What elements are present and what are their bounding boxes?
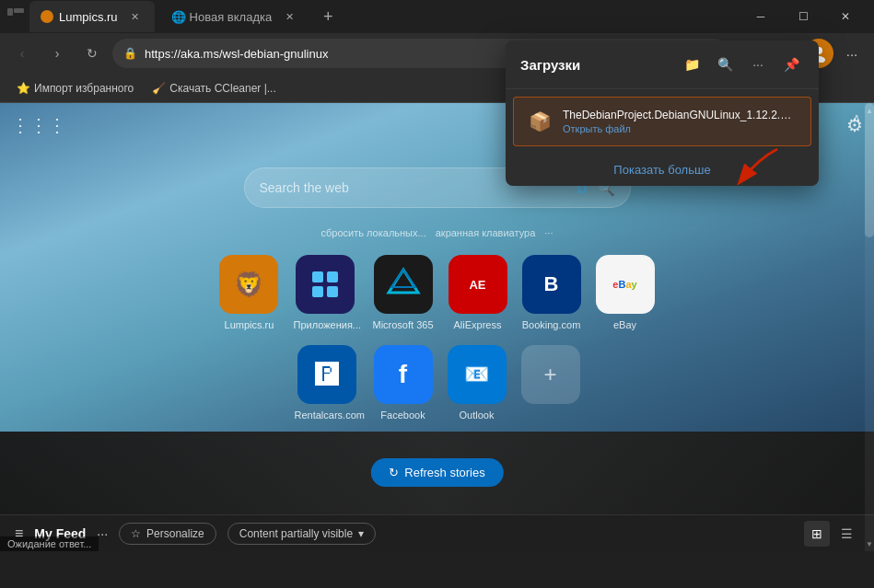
feed-view-buttons: ⊞ ☰ — [804, 521, 859, 547]
downloads-folder-button[interactable]: 📁 — [679, 52, 705, 77]
svg-rect-8 — [327, 286, 338, 297]
feed-bar: ≡ My Feed ··· ☆ Personalize Content part… — [0, 514, 874, 551]
list-view-button[interactable]: ☰ — [833, 521, 859, 547]
chevron-down-icon: ▾ — [358, 527, 364, 540]
shortcut-keyboard[interactable]: акранная клавиатура — [436, 227, 536, 238]
content-visibility-dropdown[interactable]: Content partially visible ▾ — [227, 523, 376, 545]
downloads-pin-button[interactable]: 📌 — [778, 52, 804, 77]
tab1-favicon — [41, 10, 53, 23]
speed-dial: 🦁 Lumpics.ru Приложения... Microsoft 365… — [207, 255, 668, 421]
downloads-search-button[interactable]: 🔍 — [712, 52, 738, 77]
dial-item-ebay[interactable]: eBay eBay — [596, 255, 655, 330]
shortcut-reset[interactable]: сбросить локальных... — [321, 227, 426, 238]
stories-preview: ↻ Refresh stories — [0, 432, 874, 514]
dial-item-booking[interactable]: B Booking.com — [522, 255, 581, 330]
dial-label-rental: Rentalcars.com — [295, 409, 359, 421]
import-icon: ⭐ — [17, 82, 30, 95]
dial-label-m365: Microsoft 365 — [372, 319, 433, 330]
dial-icon-outlook: 📧 — [448, 345, 507, 404]
grid-view-button[interactable]: ⊞ — [804, 521, 830, 547]
refresh-icon: ↻ — [389, 466, 399, 479]
dial-icon-ali: AE — [449, 255, 507, 314]
lock-icon: 🔒 — [123, 47, 137, 60]
downloads-title: Загрузки — [520, 57, 671, 73]
scroll-down-arrow[interactable]: ▼ — [865, 536, 874, 551]
dial-label-ali: AliExpress — [454, 319, 502, 330]
tab1-label: Lumpics.ru — [59, 10, 118, 24]
dial-icon-apps — [296, 255, 355, 314]
apps-grid-icon[interactable]: ⋮⋮⋮ — [11, 114, 66, 136]
download-filename: TheDebianProject.DebianGNULinux_1.12.2.0… — [563, 109, 796, 121]
ccleaner-label: Скачать CCleaner |... — [169, 82, 275, 95]
download-item[interactable]: 📦 TheDebianProject.DebianGNULinux_1.12.2… — [513, 97, 811, 146]
dial-icon-m365 — [374, 255, 433, 314]
bookmark-ccleaner[interactable]: 🧹 Скачать CCleaner |... — [146, 80, 281, 97]
dial-label-booking: Booking.com — [522, 319, 581, 330]
tab2-close[interactable]: ✕ — [281, 8, 297, 25]
back-button[interactable]: ‹ — [7, 39, 37, 68]
close-button[interactable]: ✕ — [824, 0, 867, 33]
title-bar-left — [7, 8, 24, 25]
refresh-stories-button[interactable]: ↻ Refresh stories — [370, 458, 503, 487]
svg-rect-5 — [312, 271, 323, 282]
svg-rect-7 — [312, 286, 323, 297]
star-icon: ☆ — [131, 527, 141, 540]
minimize-button[interactable]: ─ — [740, 0, 782, 33]
ccleaner-icon: 🧹 — [152, 82, 166, 95]
refresh-label: Refresh stories — [404, 466, 484, 479]
tab2-favicon: 🌐 — [171, 10, 184, 23]
dial-item-apps[interactable]: Приложения... — [293, 255, 357, 330]
bookmark-import[interactable]: ⭐ Импорт избранного — [11, 80, 139, 97]
visibility-label: Content partially visible — [239, 527, 353, 540]
browser-icon — [7, 8, 24, 25]
refresh-button[interactable]: ↻ — [77, 39, 107, 68]
dial-label-facebook: Facebook — [380, 409, 425, 421]
download-info: TheDebianProject.DebianGNULinux_1.12.2.0… — [563, 109, 796, 134]
dial-icon-lumpics: 🦁 — [219, 255, 278, 314]
tab-lumpics[interactable]: Lumpics.ru ✕ — [29, 1, 155, 32]
import-label: Импорт избранного — [34, 82, 134, 95]
dial-item-lumpics[interactable]: 🦁 Lumpics.ru — [219, 255, 278, 330]
scrollbar-thumb[interactable] — [865, 103, 874, 237]
title-bar: Lumpics.ru ✕ 🌐 Новая вкладка ✕ + ─ ☐ ✕ — [0, 0, 874, 33]
dial-item-facebook[interactable]: f Facebook — [374, 345, 433, 421]
scrollbar-track: ▲ ▼ — [865, 103, 874, 551]
chevron-up-icon[interactable]: ∧ — [852, 110, 861, 125]
personalize-button[interactable]: ☆ Personalize — [119, 523, 216, 545]
local-shortcuts: сбросить локальных... акранная клавиатур… — [321, 227, 554, 238]
dial-item-outlook[interactable]: 📧 Outlook — [448, 345, 507, 421]
tab-newtab[interactable]: 🌐 Новая вкладка ✕ — [160, 1, 309, 32]
personalize-label: Personalize — [146, 527, 204, 540]
open-file-link[interactable]: Открыть файл — [563, 123, 796, 134]
shortcut-more[interactable]: ··· — [544, 227, 553, 238]
maximize-button[interactable]: ☐ — [782, 0, 824, 33]
dial-label-ebay: eBay — [613, 319, 636, 330]
status-bar: Ожидание ответ... — [0, 536, 99, 551]
dial-item-rental[interactable]: 🅿 Rentalcars.com — [295, 345, 359, 421]
tab2-label: Новая вкладка — [190, 10, 273, 24]
window-controls: ─ ☐ ✕ — [740, 0, 867, 33]
downloads-more-button[interactable]: ··· — [745, 52, 771, 77]
dial-item-ali[interactable]: AE AliExpress — [449, 255, 507, 330]
dial-add-button[interactable]: + — [521, 345, 580, 404]
svg-rect-6 — [327, 271, 338, 282]
dial-icon-ebay: eBay — [596, 255, 655, 314]
dial-icon-rental: 🅿 — [297, 345, 356, 404]
dial-icon-facebook: f — [374, 345, 433, 404]
downloads-header: Загрузки 📁 🔍 ··· 📌 — [506, 40, 819, 89]
forward-button[interactable]: › — [42, 39, 72, 68]
dial-label-lumpics: Lumpics.ru — [225, 319, 274, 330]
tab1-close[interactable]: ✕ — [127, 8, 144, 25]
dial-label-apps: Приложения... — [293, 319, 357, 330]
red-arrow — [713, 140, 787, 195]
dial-icon-booking: B — [522, 255, 581, 314]
svg-rect-1 — [14, 8, 24, 13]
dial-label-outlook: Outlook — [460, 409, 495, 421]
more-button[interactable]: ··· — [837, 39, 867, 68]
svg-rect-0 — [7, 8, 13, 16]
dial-item-m365[interactable]: Microsoft 365 — [372, 255, 433, 330]
new-tab-button[interactable]: + — [314, 3, 342, 30]
file-icon: 📦 — [529, 110, 552, 133]
